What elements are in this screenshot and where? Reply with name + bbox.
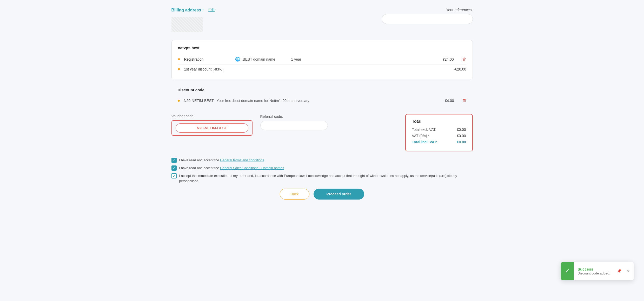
checkbox-check-1: ✓ [172, 159, 175, 162]
total-excl-vat: Total excl. VAT: €0.00 [412, 127, 466, 132]
line-domain-type: 🌐 .BEST domain name [235, 57, 287, 62]
discount-section: Discount code N20-NETIM-BEST : Your free… [171, 84, 473, 110]
voucher-block: Voucher code: [171, 114, 253, 136]
checkbox-row-1: ✓ I have read and accept the General ter… [171, 158, 473, 163]
discount-code-price: -€4.00 [444, 99, 454, 103]
proceed-button[interactable]: Proceed order [314, 189, 364, 200]
voucher-input[interactable] [176, 123, 248, 133]
billing-address-title: Billing address : [171, 8, 204, 12]
total-incl-vat-label: Total incl. VAT: [412, 140, 437, 144]
references-label: Your references: [446, 8, 473, 12]
discount-section-title: Discount code [178, 88, 467, 92]
order-card: natvps.best Registration 🌐 .BEST domain … [171, 40, 473, 79]
total-incl-vat-value: €0.00 [457, 140, 466, 144]
delete-registration-button[interactable]: 🗑 [462, 57, 466, 62]
checkbox-row-3: ✓ I accept the immediate execution of my… [171, 173, 473, 183]
checkbox-text-1: I have read and accept the General terms… [179, 158, 264, 163]
back-button[interactable]: Back [280, 189, 309, 200]
checkbox-check-3: ✓ [172, 174, 175, 178]
referral-block: Referral code: [260, 114, 328, 130]
checkbox-text-2: I have read and accept the General Sales… [179, 165, 284, 171]
total-excl-vat-label: Total excl. VAT: [412, 127, 436, 132]
order-line-registration: Registration 🌐 .BEST domain name 1 year … [178, 54, 466, 65]
total-vat-label: VAT (0%) *: [412, 134, 431, 138]
line-duration: 1 year [291, 57, 317, 61]
terms-link[interactable]: General terms and conditions [220, 158, 264, 162]
dot-discount [178, 68, 180, 70]
bottom-row: Voucher code: Referral code: Total Total… [171, 114, 473, 151]
total-vat: VAT (0%) *: €0.00 [412, 134, 466, 138]
edit-billing-link[interactable]: Edit [208, 8, 215, 12]
line-domain-type-text: .BEST domain name [242, 57, 275, 61]
dot-registration [178, 58, 180, 60]
delete-discount-code-button[interactable]: 🗑 [462, 98, 467, 103]
discount-code-desc: N20-NETIM-BEST : Your free .best domain … [184, 99, 440, 103]
total-excl-vat-value: €0.00 [457, 127, 466, 132]
total-incl-vat: Total incl. VAT: €0.00 [412, 140, 466, 144]
line-label-registration: Registration [184, 57, 231, 61]
line-price-registration: €24.00 [443, 57, 454, 61]
checkbox-withdrawal[interactable]: ✓ [171, 173, 177, 178]
total-vat-value: €0.00 [457, 134, 466, 138]
checkbox-check-2: ✓ [172, 166, 175, 170]
voucher-box [171, 120, 253, 136]
billing-address-placeholder [171, 17, 203, 32]
order-line-discount: 1st year discount (-83%) -€20.00 [178, 65, 466, 74]
line-price-discount: -€20.00 [454, 67, 466, 71]
sales-conditions-link[interactable]: General Sales Conditions - Domain names [220, 166, 284, 170]
voucher-label: Voucher code: [171, 114, 253, 118]
checkbox-row-2: ✓ I have read and accept the General Sal… [171, 165, 473, 171]
action-buttons: Back Proceed order [171, 189, 473, 200]
checkbox-terms[interactable]: ✓ [171, 158, 177, 163]
referral-input[interactable] [260, 121, 328, 130]
checkbox-text-3: I accept the immediate execution of my o… [179, 173, 473, 183]
discount-code-line: N20-NETIM-BEST : Your free .best domain … [178, 96, 467, 106]
checkbox-sales[interactable]: ✓ [171, 165, 177, 171]
domain-name: natvps.best [178, 46, 466, 50]
total-title: Total [412, 119, 466, 124]
globe-icon: 🌐 [235, 57, 240, 62]
references-input[interactable] [382, 14, 473, 24]
total-box: Total Total excl. VAT: €0.00 VAT (0%) *:… [405, 114, 473, 151]
checkboxes-section: ✓ I have read and accept the General ter… [171, 158, 473, 183]
referral-label: Referral code: [260, 114, 328, 119]
line-label-discount: 1st year discount (-83%) [184, 67, 231, 71]
dot-discount-code [178, 100, 180, 102]
